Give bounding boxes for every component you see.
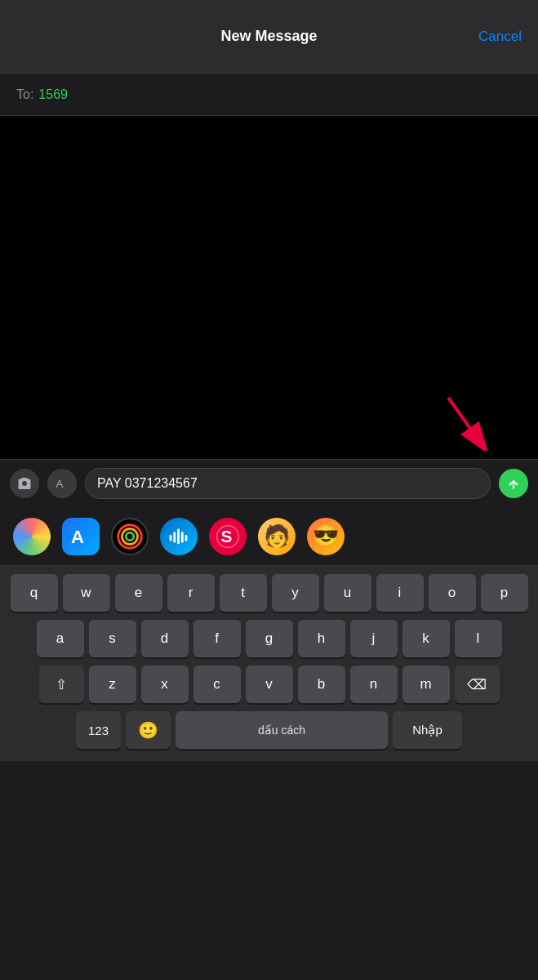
- key-j[interactable]: j: [350, 620, 398, 657]
- key-s[interactable]: s: [89, 620, 136, 657]
- key-z[interactable]: z: [89, 666, 136, 703]
- message-body[interactable]: [0, 116, 538, 394]
- svg-rect-12: [185, 535, 188, 541]
- camera-button[interactable]: [10, 469, 39, 498]
- app-icon-shazam[interactable]: S: [209, 518, 247, 555]
- keyboard-row-2: a s d f g h j k l: [4, 620, 534, 657]
- key-o[interactable]: o: [429, 574, 476, 612]
- app-icon-appstore[interactable]: A: [62, 518, 100, 555]
- svg-line-1: [448, 398, 479, 441]
- input-bar: A: [0, 459, 538, 507]
- key-f[interactable]: f: [193, 620, 241, 657]
- key-p[interactable]: p: [481, 574, 528, 612]
- num-key[interactable]: 123: [76, 711, 121, 749]
- delete-key[interactable]: ⌫: [455, 666, 500, 703]
- key-g[interactable]: g: [246, 620, 293, 657]
- key-l[interactable]: l: [455, 620, 502, 657]
- svg-text:S: S: [220, 526, 232, 545]
- key-c[interactable]: c: [193, 666, 241, 703]
- arrow-container: [0, 394, 538, 459]
- keyboard-row-3: ⇧ z x c v b n m ⌫: [4, 666, 534, 703]
- key-r[interactable]: r: [167, 574, 215, 612]
- apps-icon: A: [54, 475, 70, 492]
- svg-rect-8: [170, 535, 172, 541]
- keyboard: q w e r t y u i o p a s d f g h j k l ⇧ …: [0, 566, 538, 761]
- app-icon-memoji[interactable]: 🧑: [258, 518, 296, 555]
- key-t[interactable]: t: [220, 574, 267, 612]
- key-v[interactable]: v: [246, 666, 293, 703]
- page-title: New Message: [220, 28, 317, 45]
- key-e[interactable]: e: [115, 574, 162, 612]
- key-d[interactable]: d: [141, 620, 189, 657]
- svg-text:A: A: [71, 527, 84, 547]
- enter-key[interactable]: Nhập: [393, 711, 462, 749]
- message-input[interactable]: [85, 468, 491, 499]
- svg-rect-11: [181, 532, 184, 542]
- camera-icon: [16, 475, 33, 492]
- apps-button[interactable]: A: [47, 469, 77, 498]
- svg-rect-10: [177, 528, 180, 544]
- to-field[interactable]: To: 1569: [0, 74, 538, 116]
- svg-point-4: [116, 522, 144, 550]
- header: New Message Cancel: [0, 0, 538, 74]
- key-q[interactable]: q: [11, 574, 58, 612]
- space-key[interactable]: dấu cách: [176, 711, 388, 749]
- svg-text:A: A: [56, 478, 64, 490]
- app-icon-activity[interactable]: [111, 518, 149, 555]
- key-w[interactable]: w: [63, 574, 110, 612]
- keyboard-row-1: q w e r t y u i o p: [4, 574, 534, 612]
- send-icon: [506, 476, 521, 491]
- key-u[interactable]: u: [324, 574, 371, 612]
- cancel-button[interactable]: Cancel: [478, 29, 522, 45]
- app-icon-soundcloud[interactable]: [160, 518, 198, 555]
- send-button[interactable]: [499, 469, 528, 498]
- keyboard-row-4: 123 🙂 dấu cách Nhập: [4, 711, 534, 749]
- key-h[interactable]: h: [298, 620, 345, 657]
- emoji-key[interactable]: 🙂: [126, 711, 171, 749]
- to-label: To:: [16, 87, 33, 102]
- key-k[interactable]: k: [402, 620, 450, 657]
- app-strip: A S 🧑 😎: [0, 507, 538, 566]
- key-n[interactable]: n: [350, 666, 398, 703]
- shift-key[interactable]: ⇧: [39, 666, 84, 703]
- key-y[interactable]: y: [272, 574, 319, 612]
- key-i[interactable]: i: [376, 574, 424, 612]
- key-m[interactable]: m: [402, 666, 450, 703]
- key-a[interactable]: a: [37, 620, 84, 657]
- key-b[interactable]: b: [298, 666, 345, 703]
- red-arrow-icon: [440, 394, 489, 451]
- key-x[interactable]: x: [141, 666, 189, 703]
- app-icon-photos[interactable]: [13, 518, 51, 555]
- app-icon-animoji[interactable]: 😎: [307, 518, 345, 555]
- svg-rect-9: [173, 532, 176, 542]
- to-value: 1569: [38, 87, 68, 102]
